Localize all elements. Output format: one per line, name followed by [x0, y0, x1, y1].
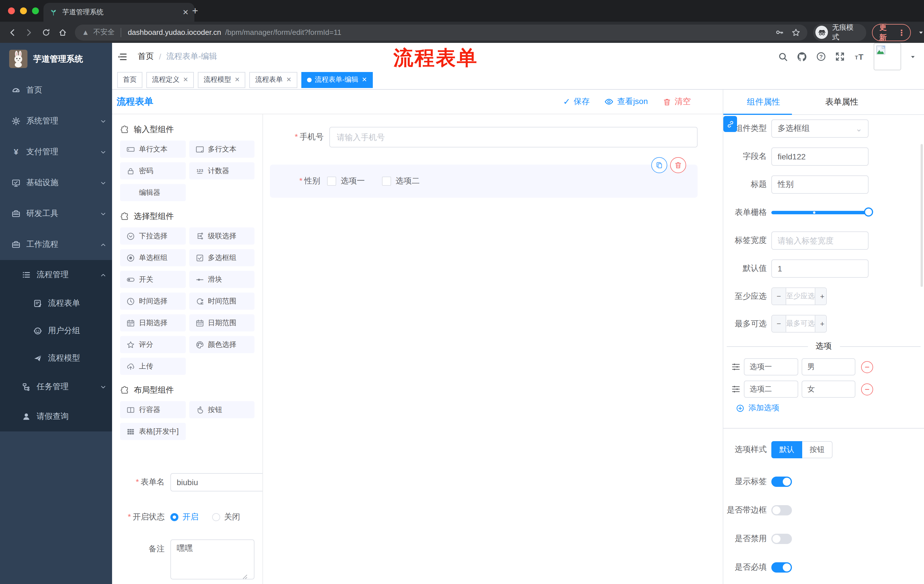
tag-close-icon[interactable]: ✕ [234, 76, 239, 84]
component-item-radio-group[interactable]: 单选框组 [120, 249, 186, 266]
tag-close-icon[interactable]: ✕ [183, 76, 188, 84]
component-item-single-text[interactable]: 单行文本 [120, 141, 186, 158]
component-item-editor[interactable]: 编辑器 [120, 184, 186, 201]
show-label-toggle[interactable] [771, 477, 792, 487]
avatar[interactable] [874, 43, 901, 70]
component-item-switch[interactable]: 开关 [120, 271, 186, 288]
sidebar-item-system[interactable]: 系统管理 [0, 106, 112, 137]
title-input[interactable] [771, 175, 868, 194]
search-icon[interactable] [778, 52, 788, 61]
new-tab-button[interactable]: + [192, 6, 198, 16]
sidebar-logo[interactable]: 芋道管理系统 [0, 43, 112, 75]
sidebar-item-process-form[interactable]: 流程表单 [0, 290, 112, 317]
component-type-select[interactable]: 多选框组⌄ [771, 119, 868, 138]
drag-handle-icon[interactable] [731, 362, 741, 372]
sidebar-item-workflow[interactable]: 工作流程 [0, 229, 112, 260]
add-option-button[interactable]: 添加选项 [736, 403, 924, 413]
component-item-row-container[interactable]: 行容器 [120, 401, 186, 418]
option2-value-input[interactable] [802, 380, 855, 398]
label-width-input[interactable] [771, 232, 868, 250]
component-item-rate[interactable]: 评分 [120, 336, 186, 353]
canvas-field-gender-selected[interactable]: *性别 选项一 选项二 [270, 165, 698, 198]
breadcrumb-home[interactable]: 首页 [138, 51, 154, 62]
save-button[interactable]: ✓ 保存 [563, 97, 589, 107]
view-json-button[interactable]: 查看json [605, 97, 648, 107]
browser-update-button[interactable]: 更新 ⋮ [872, 24, 911, 41]
fullscreen-icon[interactable] [835, 51, 845, 62]
stepper-plus-button[interactable]: + [815, 288, 827, 304]
bookmark-star-icon[interactable] [792, 28, 801, 37]
max-select-value[interactable]: 最多可选 [785, 316, 815, 332]
default-value-input[interactable] [771, 260, 868, 278]
component-item-color-picker[interactable]: 颜色选择 [189, 336, 254, 353]
browser-menu-dots-icon[interactable]: ⋮ [898, 28, 906, 37]
zoom-window-button[interactable] [32, 7, 39, 14]
help-icon[interactable] [816, 51, 826, 62]
clear-button[interactable]: 清空 [663, 97, 691, 107]
tag-process-definition[interactable]: 流程定义✕ [146, 72, 194, 88]
sidebar-item-devtools[interactable]: 研发工具 [0, 198, 112, 229]
tag-process-form[interactable]: 流程表单✕ [249, 72, 297, 88]
option1-label-input[interactable] [744, 358, 798, 375]
component-item-upload[interactable]: 上传 [120, 358, 186, 375]
disabled-toggle[interactable] [771, 534, 792, 544]
link-handle-button[interactable] [723, 116, 737, 132]
gender-checkbox-option2[interactable]: 选项二 [382, 176, 420, 186]
slider-handle[interactable] [864, 207, 873, 217]
grid-slider[interactable] [771, 204, 868, 222]
border-toggle[interactable] [771, 505, 792, 515]
sidebar-item-process-model[interactable]: 流程模型 [0, 345, 112, 372]
reload-icon[interactable] [41, 28, 50, 37]
component-item-date-range[interactable]: 日期范围 [189, 314, 254, 331]
option1-value-input[interactable] [802, 358, 855, 375]
duplicate-field-button[interactable] [651, 157, 667, 173]
sidebar-item-infra[interactable]: 基础设施 [0, 168, 112, 198]
component-item-date-picker[interactable]: 日期选择 [120, 314, 186, 331]
sidebar-item-process-mgmt[interactable]: 流程管理 [0, 260, 112, 290]
component-item-table[interactable]: 表格[开发中] [120, 423, 186, 440]
address-bar[interactable]: ▲ 不安全 dashboard.yudao.iocoder.cn/bpm/man… [75, 24, 808, 40]
textarea-resize-icon[interactable] [243, 571, 248, 582]
avatar-caret-icon[interactable] [910, 53, 916, 60]
component-item-checkbox-group[interactable]: 多选框组 [189, 249, 254, 266]
gender-checkbox-option1[interactable]: 选项一 [327, 176, 365, 186]
panel-scrollbar[interactable] [921, 144, 923, 287]
sidebar-item-home[interactable]: 首页 [0, 75, 112, 106]
stepper-minus-button[interactable]: − [772, 288, 785, 304]
form-remark-textarea[interactable]: 嘿嘿 [170, 540, 254, 579]
profile-caret-icon[interactable] [917, 29, 924, 36]
phone-input[interactable] [329, 127, 698, 147]
field-name-input[interactable] [771, 147, 868, 166]
component-item-multi-text[interactable]: 多行文本 [189, 141, 254, 158]
component-item-cascader[interactable]: 级联选择 [189, 227, 254, 245]
back-icon[interactable] [8, 28, 17, 37]
remove-option1-button[interactable] [861, 361, 873, 373]
stepper-plus-button[interactable]: + [815, 316, 827, 332]
sidebar-item-task-mgmt[interactable]: 任务管理 [0, 372, 112, 402]
component-item-button[interactable]: 按钮 [189, 401, 254, 418]
tag-process-model[interactable]: 流程模型✕ [198, 72, 245, 88]
remove-option2-button[interactable] [861, 383, 873, 395]
delete-field-button[interactable] [670, 157, 686, 173]
font-size-icon[interactable] [854, 51, 865, 62]
browser-tab[interactable]: 芋道管理系统 ✕ [43, 3, 195, 22]
form-canvas[interactable]: *手机号 *性别 选项一 选项二 [263, 114, 723, 584]
tag-process-form-edit[interactable]: 流程表单-编辑✕ [301, 72, 373, 88]
github-icon[interactable] [797, 51, 807, 62]
component-item-password[interactable]: 密码 [120, 162, 186, 179]
status-radio-on[interactable]: 开启 [170, 512, 198, 522]
drag-handle-icon[interactable] [731, 385, 741, 394]
home-icon[interactable] [58, 28, 67, 37]
tab-close-icon[interactable]: ✕ [182, 8, 189, 16]
tab-form-props[interactable]: 表单属性 [804, 90, 880, 114]
tag-close-icon[interactable]: ✕ [286, 76, 291, 84]
form-name-input[interactable] [170, 473, 263, 492]
option2-label-input[interactable] [744, 380, 798, 398]
password-key-icon[interactable] [776, 28, 784, 36]
component-item-slider[interactable]: 滑块 [189, 271, 254, 288]
canvas-field-phone[interactable]: *手机号 [266, 127, 698, 147]
component-item-select[interactable]: 下拉选择 [120, 227, 186, 245]
component-item-counter[interactable]: 计数器 [189, 162, 254, 179]
stepper-minus-button[interactable]: − [772, 316, 785, 332]
forward-icon[interactable] [25, 28, 34, 37]
